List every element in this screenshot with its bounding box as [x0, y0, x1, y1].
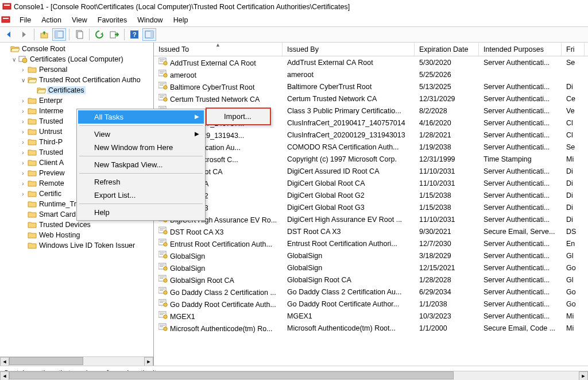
tree-twisty-icon[interactable]: ›	[20, 149, 26, 156]
table-row[interactable]: bal Root G3DigiCert Global Root G31/15/2…	[154, 201, 588, 213]
tree-twisty-icon[interactable]: ›	[20, 118, 26, 125]
tree-label: Certificates (Local Computer)	[29, 55, 125, 63]
cell-issued-to: Entrust Root Certification Auth...	[170, 240, 272, 248]
ctx-export[interactable]: Export List...	[78, 189, 204, 202]
table-row[interactable]: DST Root CA X3DST Root CA X39/30/2021Sec…	[154, 225, 588, 237]
ctx-view[interactable]: View▶	[78, 128, 204, 141]
ctx-import[interactable]: Import...	[208, 110, 269, 123]
certificate-icon	[158, 275, 168, 283]
ctx-new-window[interactable]: New Window from Here	[78, 141, 204, 154]
svg-rect-18	[160, 61, 163, 62]
cell-friend: Ce	[562, 95, 585, 103]
tree-certificates[interactable]: Certificates	[1, 85, 154, 95]
cell-friend: Mi	[562, 324, 585, 332]
cell-exp: 10/3/2023	[415, 312, 479, 320]
table-row[interactable]: amerootameroot5/25/2026	[154, 68, 588, 80]
tree-personal[interactable]: ›Personal	[1, 64, 154, 75]
table-row[interactable]: AddTrust External CA RootAddTrust Extern…	[154, 56, 588, 68]
table-row[interactable]: c) 1997 Microsoft C...Copyright (c) 1997…	[154, 153, 588, 165]
tree-twisty-icon[interactable]: ›	[20, 181, 26, 187]
cell-issued-to: Microsoft Authenticode(tm) Ro...	[170, 325, 273, 333]
tree-node-14[interactable]: Trusted Devices	[1, 220, 154, 230]
svg-point-31	[164, 98, 167, 101]
cell-friend: Se	[562, 143, 585, 151]
table-row[interactable]: GlobalSignGlobalSign3/18/2029Server Auth…	[154, 250, 588, 262]
tree-twisty-icon[interactable]: ›	[20, 67, 26, 73]
table-row[interactable]: Certum Trusted Network CACertum Trusted …	[154, 93, 588, 105]
menu-window[interactable]: Window	[133, 15, 167, 25]
cell-exp: 1/19/2038	[415, 143, 479, 151]
scroll-right-icon[interactable]: ►	[144, 357, 153, 366]
col-friendly[interactable]: Fri	[562, 43, 585, 56]
ctx-refresh[interactable]: Refresh	[78, 175, 204, 189]
tree-twisty-icon[interactable]: ›	[20, 191, 26, 197]
ctx-all-tasks[interactable]: All Tasks▶	[78, 110, 204, 124]
cell-exp: 11/10/2031	[415, 179, 479, 187]
table-row[interactable]: rt_20200129_131943...ClusInfraCert_20200…	[154, 129, 588, 141]
tree-label: Windows Live ID Token Issuer	[38, 241, 136, 250]
tree-label: Client A	[38, 159, 65, 167]
col-expiration[interactable]: Expiration Date	[415, 43, 479, 56]
cell-issued-by: DigiCert Global Root G2	[283, 191, 415, 199]
table-row[interactable]: GlobalSign Root CAGlobalSign Root CA1/28…	[154, 274, 588, 286]
table-row[interactable]: Microsoft Authenticode(tm) Ro...Microsof…	[154, 322, 588, 334]
table-row[interactable]: bal Root CADigiCert Global Root CA11/10/…	[154, 177, 588, 189]
table-row[interactable]: Baltimore CyberTrust RootBaltimore Cyber…	[154, 80, 588, 93]
ctx-help[interactable]: Help	[78, 206, 204, 219]
tree-node-2[interactable]: ›Enterpr	[1, 95, 154, 106]
back-button[interactable]	[2, 28, 16, 41]
svg-rect-89	[160, 277, 165, 278]
tree-hscrollbar[interactable]: ◄ ►	[0, 356, 153, 366]
ctx-new-taskpad[interactable]: New Taskpad View...	[78, 158, 204, 171]
table-row[interactable]: Go Daddy Root Certificate Auth...Go Dadd…	[154, 298, 588, 310]
tree-label: Preview	[38, 169, 65, 177]
table-row[interactable]: MGEX1MGEX110/3/2023Server Authenticati..…	[154, 310, 588, 322]
scroll-left-icon[interactable]: ◄	[0, 357, 9, 366]
tree-trusted-root-ca[interactable]: ∨Trusted Root Certification Autho	[1, 75, 154, 85]
tree-twisty-icon[interactable]: ›	[20, 108, 26, 114]
up-button[interactable]	[37, 28, 51, 41]
tree-node-16[interactable]: Windows Live ID Token Issuer	[1, 240, 154, 251]
menu-help[interactable]: Help	[169, 15, 193, 25]
tree-twisty-icon[interactable]: ›	[20, 139, 26, 145]
help-button[interactable]: ?	[127, 28, 141, 41]
table-row[interactable]: Go Daddy Class 2 Certification ...Go Dad…	[154, 286, 588, 298]
table-row[interactable]: GlobalSignGlobalSign12/15/2021Server Aut…	[154, 262, 588, 274]
menu-view[interactable]: View	[67, 15, 92, 25]
cell-purp: Server Authenticati...	[479, 204, 562, 212]
menu-favorites[interactable]: Favorites	[93, 15, 131, 25]
table-row[interactable]: DigiCert High Assurance EV Ro...DigiCert…	[154, 213, 588, 225]
tree-node-15[interactable]: Web Hosting	[1, 230, 154, 240]
tree-twisty-icon[interactable]: ∨	[10, 56, 17, 63]
table-row[interactable]: bal Root G2DigiCert Global Root G21/15/2…	[154, 189, 588, 201]
col-issued-to[interactable]: Issued To▲	[154, 43, 283, 56]
show-hide-action-button[interactable]	[142, 28, 156, 41]
refresh-button[interactable]	[92, 28, 106, 41]
table-row[interactable]: ured ID Root CADigiCert Assured ID Root …	[154, 165, 588, 177]
col-issued-by[interactable]: Issued By	[283, 43, 415, 56]
cell-purp: Server Authenticati...	[479, 95, 562, 103]
tree-console-root[interactable]: Console Root	[1, 44, 154, 54]
forward-button[interactable]	[17, 28, 31, 41]
tree-twisty-icon[interactable]: ›	[20, 129, 26, 135]
svg-rect-101	[160, 313, 165, 314]
folder-icon	[28, 127, 37, 136]
show-hide-tree-button[interactable]	[52, 28, 66, 41]
tree-certificates-local[interactable]: ∨Certificates (Local Computer)	[1, 54, 154, 64]
tree-twisty-icon[interactable]: ›	[20, 170, 26, 176]
scroll-thumb[interactable]	[9, 357, 83, 365]
window-title: Console1 - [Console Root\Certificates (L…	[14, 3, 350, 11]
col-purposes[interactable]: Intended Purposes	[479, 43, 562, 56]
cell-issued-by: Entrust Root Certification Authori...	[283, 240, 415, 248]
svg-rect-2	[2, 17, 10, 22]
menu-action[interactable]: Action	[37, 15, 66, 25]
table-row[interactable]: RSA Certification Au...COMODO RSA Certif…	[154, 141, 588, 153]
tree-twisty-icon[interactable]: ›	[20, 98, 26, 104]
menu-file[interactable]: File	[15, 15, 36, 25]
tree-twisty-icon[interactable]: ›	[20, 160, 26, 166]
table-row[interactable]: Entrust Root Certification Auth...Entrus…	[154, 237, 588, 250]
tree-twisty-icon[interactable]: ∨	[20, 77, 26, 83]
cell-purp: Server Authenticati...	[479, 59, 562, 67]
copy-button[interactable]	[72, 28, 86, 41]
export-button[interactable]	[107, 28, 121, 41]
